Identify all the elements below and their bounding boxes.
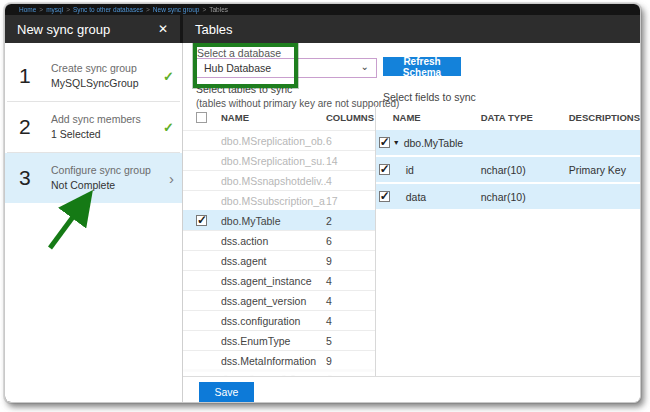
table-columns: 4 <box>326 295 356 307</box>
table-name: dss.agent <box>221 255 326 267</box>
tables-panel: Tables Select a database Hub Database ⌄ … <box>183 15 640 403</box>
step-number: 3 <box>19 166 51 190</box>
table-columns: 5 <box>326 335 356 347</box>
field-row[interactable]: data nchar(10) <box>376 184 640 209</box>
chevron-right-icon: › <box>169 170 174 187</box>
caret-down-icon[interactable]: ▼ <box>393 139 400 146</box>
table-name: dbo.MSreplication_ob... <box>221 135 326 147</box>
breadcrumb-item-tables: Tables <box>209 6 228 13</box>
row-checkbox[interactable] <box>379 137 390 148</box>
table-name: dss.action <box>221 235 326 247</box>
step-number: 2 <box>19 115 51 139</box>
database-select[interactable]: Hub Database ⌄ <box>196 58 377 78</box>
table-columns: 4 <box>326 175 356 187</box>
table-name: dbo.MSreplication_su... <box>221 155 326 167</box>
table-row: dbo.MSsubscription_a...17 <box>183 190 375 210</box>
table-row[interactable]: dss.agent_version4 <box>183 290 375 310</box>
field-name: id <box>393 164 481 176</box>
table-row[interactable]: dss.EnumType5 <box>183 330 375 350</box>
breadcrumb-separator: > <box>146 6 150 13</box>
table-columns: 17 <box>326 195 356 207</box>
breadcrumb-separator: > <box>39 6 43 13</box>
column-header-data-type: DATA TYPE <box>481 112 569 123</box>
row-checkbox[interactable] <box>379 164 390 175</box>
table-row: dbo.MSreplication_su...14 <box>183 150 375 170</box>
check-icon: ✓ <box>163 120 174 135</box>
step-configure-sync-group[interactable]: 3 Configure sync group Not Complete › <box>5 153 182 203</box>
step-subtitle: MySQLSyncGroup <box>51 76 163 91</box>
table-columns: 9 <box>326 355 356 367</box>
step-title: Create sync group <box>51 61 163 76</box>
step-number: 1 <box>19 64 51 88</box>
table-name: dbo.MSsubscription_a... <box>221 195 326 207</box>
row-checkbox[interactable] <box>196 215 207 226</box>
fields-list: NAME DATA TYPE DESCRIPTIONS ▼dbo.MyTable <box>376 104 640 376</box>
breadcrumb-item-sync[interactable]: Sync to other databases <box>73 6 143 13</box>
table-row[interactable]: dss.MetaInformation9 <box>183 350 375 370</box>
table-name: dss.agent_version <box>221 295 326 307</box>
field-data-type: nchar(10) <box>481 164 569 176</box>
chevron-down-icon: ⌄ <box>361 61 369 72</box>
table-row[interactable]: dss.configuration4 <box>183 310 375 330</box>
select-all-checkbox[interactable] <box>196 112 207 123</box>
breadcrumb-item-home[interactable]: Home <box>19 6 36 13</box>
table-row: dbo.MSsnapshotdeliv...4 <box>183 170 375 190</box>
table-row-mytable[interactable]: dbo.MyTable2 <box>183 210 375 230</box>
table-columns: 6 <box>326 235 356 247</box>
table-name: dss.MetaInformation <box>221 355 326 367</box>
step-subtitle: 1 Selected <box>51 127 163 142</box>
column-header-columns: COLUMNS <box>326 112 374 123</box>
table-row[interactable]: dss.agent_instance4 <box>183 270 375 290</box>
select-fields-label: Select fields to sync <box>383 91 476 103</box>
row-checkbox[interactable] <box>379 191 390 202</box>
table-name: dbo.MSsnapshotdeliv... <box>221 175 326 187</box>
field-row-table[interactable]: ▼dbo.MyTable <box>376 130 640 155</box>
step-create-sync-group[interactable]: 1 Create sync group MySQLSyncGroup ✓ <box>5 51 182 101</box>
column-header-descriptions: DESCRIPTIONS <box>569 112 640 123</box>
field-description: Primary Key <box>569 164 640 176</box>
step-title: Add sync members <box>51 112 163 127</box>
table-columns: 9 <box>326 255 356 267</box>
breadcrumb-item-mysql[interactable]: mysql <box>46 6 63 13</box>
refresh-schema-button[interactable]: Refresh Schema <box>383 57 461 76</box>
field-row[interactable]: id nchar(10) Primary Key <box>376 157 640 182</box>
column-header-name: NAME <box>393 112 481 123</box>
table-columns: 4 <box>326 315 356 327</box>
table-name: dss.EnumType <box>221 335 326 347</box>
table-name: dss.configuration <box>221 315 326 327</box>
step-title: Configure sync group <box>51 163 169 178</box>
close-icon[interactable]: ✕ <box>158 22 168 36</box>
step-add-sync-members[interactable]: 2 Add sync members 1 Selected ✓ <box>5 102 182 152</box>
table-columns: 14 <box>326 155 356 167</box>
field-name: dbo.MyTable <box>404 137 464 149</box>
panel-title: Tables <box>195 22 628 37</box>
table-columns: 4 <box>326 275 356 287</box>
panel-title: New sync group <box>17 22 158 37</box>
table-columns: 6 <box>326 135 356 147</box>
select-tables-label: Select tables to sync <box>196 83 292 95</box>
footer: Save <box>183 376 640 403</box>
table-row[interactable]: dss.action6 <box>183 230 375 250</box>
breadcrumb: Home> mysql> Sync to other databases> Ne… <box>5 4 640 15</box>
table-row[interactable]: dss.agent9 <box>183 250 375 270</box>
table-row: dbo.MSreplication_ob...6 <box>183 130 375 150</box>
table-name: dss.agent_instance <box>221 275 326 287</box>
check-icon: ✓ <box>163 69 174 84</box>
database-select-value: Hub Database <box>204 62 361 74</box>
table-columns: 2 <box>326 215 356 227</box>
breadcrumb-separator: > <box>66 6 70 13</box>
breadcrumb-item-new-sync-group[interactable]: New sync group <box>153 6 200 13</box>
column-header-name: NAME <box>221 112 326 123</box>
breadcrumb-separator: > <box>202 6 206 13</box>
field-name: data <box>393 191 481 203</box>
azure-portal-window: Home> mysql> Sync to other databases> Ne… <box>4 3 641 403</box>
new-sync-group-panel: New sync group ✕ 1 Create sync group MyS… <box>5 15 183 403</box>
table-name: dbo.MyTable <box>221 215 326 227</box>
field-data-type: nchar(10) <box>481 191 569 203</box>
tables-list: NAME COLUMNS dbo.MSreplication_ob...6 db… <box>183 104 376 376</box>
save-button[interactable]: Save <box>199 382 254 402</box>
step-subtitle: Not Complete <box>51 178 169 193</box>
